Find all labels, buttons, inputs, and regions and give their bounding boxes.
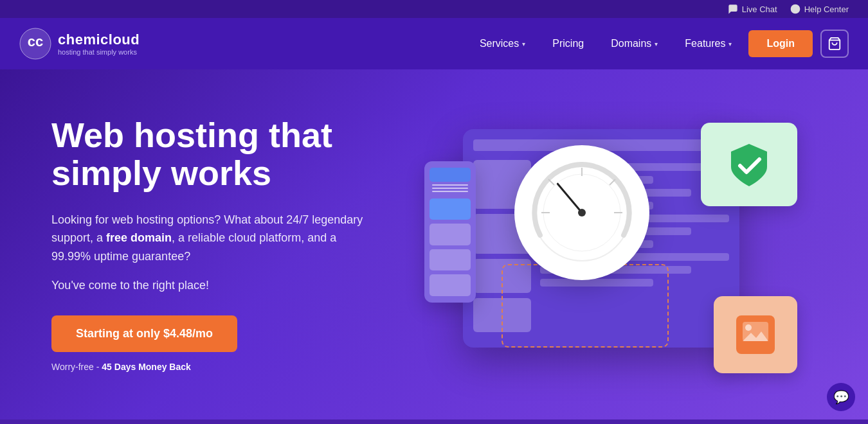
live-chat-link[interactable]: Live Chat <box>728 4 777 14</box>
money-back-bold: 45 Days Money Back <box>102 362 191 372</box>
cta-button[interactable]: Starting at only $4.48/mo <box>51 315 237 352</box>
orange-card <box>714 296 797 373</box>
phone-menu-icon <box>429 183 471 193</box>
help-center-label: Help Center <box>804 4 849 14</box>
phone-mockup <box>424 161 476 303</box>
shield-icon <box>723 139 775 190</box>
features-chevron-icon: ▾ <box>728 40 732 48</box>
svg-line-10 <box>548 179 554 185</box>
illustration-wrapper <box>424 110 797 380</box>
nav-services[interactable]: Services ▾ <box>469 31 536 56</box>
chat-bubble-icon: 💬 <box>833 389 849 405</box>
svg-point-14 <box>745 324 752 331</box>
hero-tagline: You've come to the right place! <box>51 279 405 292</box>
services-chevron-icon: ▾ <box>522 40 525 48</box>
cart-icon <box>827 37 842 51</box>
security-badge <box>701 123 797 206</box>
logo[interactable]: cc chemicloud hosting that simply works <box>19 28 140 60</box>
image-placeholder-icon <box>733 312 778 357</box>
logo-icon: cc <box>19 28 51 60</box>
top-bar: Live Chat Help Center <box>0 0 868 18</box>
hero-content: Web hosting that simply works Looking fo… <box>51 116 405 373</box>
nav-domains[interactable]: Domains ▾ <box>601 31 668 56</box>
svg-text:cc: cc <box>28 33 43 49</box>
chat-bubble-button[interactable]: 💬 <box>827 383 855 411</box>
logo-name: chemicloud <box>58 31 140 48</box>
speedometer-center <box>578 209 586 216</box>
help-center-link[interactable]: Help Center <box>790 4 849 14</box>
hero-free-domain: free domain <box>106 231 172 244</box>
money-back-text: Worry-free - 45 Days Money Back <box>51 361 405 373</box>
hero-description: Looking for web hosting options? What ab… <box>51 211 373 266</box>
nav-pricing[interactable]: Pricing <box>542 31 594 56</box>
hero-section: Web hosting that simply works Looking fo… <box>0 69 868 420</box>
nav-features[interactable]: Features ▾ <box>674 31 742 56</box>
live-chat-label: Live Chat <box>742 4 777 14</box>
navbar: cc chemicloud hosting that simply works … <box>0 18 868 69</box>
svg-line-11 <box>610 179 615 185</box>
login-button[interactable]: Login <box>748 30 813 57</box>
logo-text-area: chemicloud hosting that simply works <box>58 31 140 56</box>
speedometer <box>514 145 649 280</box>
phone-top-bar <box>429 168 471 182</box>
logo-tagline: hosting that simply works <box>58 48 140 56</box>
nav-links: Services ▾ Pricing Domains ▾ Features ▾ <box>469 31 743 56</box>
cart-button[interactable] <box>820 30 849 58</box>
money-back-prefix: Worry-free - <box>51 362 102 372</box>
domains-chevron-icon: ▾ <box>655 40 658 48</box>
hero-title: Web hosting that simply works <box>51 116 405 193</box>
hero-illustration <box>405 69 817 420</box>
